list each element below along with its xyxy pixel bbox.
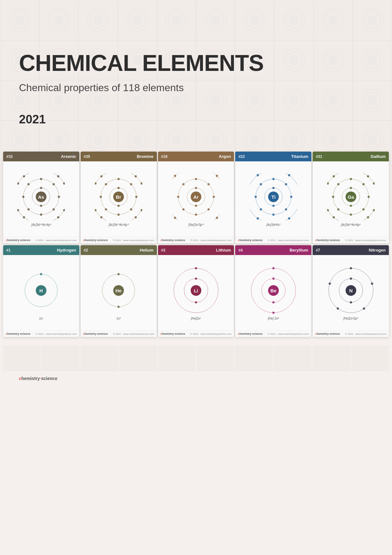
- svg-point-16: [63, 183, 65, 185]
- element-number: #18: [161, 154, 168, 159]
- element-card: #35BromineBr[Ar]3d¹⁰4s²4p⁵ chemistry·sci…: [81, 152, 157, 243]
- svg-point-96: [216, 217, 218, 219]
- card-body: H1s¹: [3, 255, 79, 330]
- svg-point-15: [57, 175, 59, 178]
- svg-point-94: [216, 175, 218, 177]
- svg-point-90: [177, 196, 179, 198]
- copyright: © 2021 · www.chemistryscience.com: [345, 333, 386, 335]
- card-body: Ar[Ne]3s²3p⁶: [158, 161, 234, 237]
- card-footer: chemistry·science © 2021 · www.chemistry…: [158, 330, 234, 337]
- element-formula: [Ne]3s²3p⁶: [188, 223, 203, 227]
- card-footer: chemistry·science © 2021 · www.chemistry…: [3, 237, 79, 243]
- svg-point-6: [58, 196, 60, 198]
- element-card: #4BerylliumBe[He] 2s² chemistry·science …: [235, 245, 311, 337]
- element-formula: [He]2s²2p³: [343, 317, 358, 320]
- brand-footer: chemistry·science: [161, 332, 185, 335]
- svg-point-85: [207, 183, 210, 185]
- card-body: As[Ar]3d¹⁰4s²4p³: [3, 161, 79, 237]
- svg-point-151: [367, 216, 369, 218]
- svg-point-196: [350, 267, 352, 269]
- svg-point-10: [22, 196, 25, 198]
- element-card: #22TitaniumTi[Ar]3d²4s² chemistry·scienc…: [235, 152, 311, 243]
- svg-point-104: [272, 187, 274, 189]
- brand-footer: chemistry·science: [161, 239, 185, 242]
- element-card: #2HeliumHe1s² chemistry·science © 2021 ·…: [81, 245, 157, 337]
- card-footer: chemistry·science © 2021 · www.chemistry…: [3, 330, 79, 337]
- svg-point-58: [141, 209, 142, 211]
- svg-point-5: [53, 183, 55, 185]
- svg-point-89: [182, 208, 185, 210]
- svg-point-48: [105, 208, 107, 210]
- card-footer: chemistry·science © 2021 · www.chemistry…: [158, 237, 234, 243]
- svg-point-2: [40, 205, 42, 207]
- faded-cell: [119, 346, 156, 371]
- element-number: #22: [238, 154, 245, 159]
- brand-footer: chemistry·science: [83, 239, 108, 242]
- svg-point-88: [195, 214, 197, 216]
- element-formula: [He] 2s²: [268, 317, 279, 320]
- svg-point-64: [95, 209, 96, 211]
- svg-point-135: [350, 178, 352, 180]
- element-number: #35: [84, 154, 90, 159]
- brand-footer: chemistry·science: [6, 332, 30, 335]
- faded-cell: [313, 346, 350, 371]
- copyright: © 2021 · www.chemistryscience.com: [268, 333, 309, 335]
- svg-text:Ar: Ar: [193, 194, 199, 200]
- card-body: Br[Ar]3d¹⁰4s²4p⁵: [81, 161, 157, 237]
- svg-text:Li: Li: [194, 288, 198, 293]
- element-number: #3: [161, 248, 165, 253]
- svg-point-91: [182, 183, 185, 185]
- card-header: #22Titanium: [235, 152, 311, 161]
- faded-cell: [235, 346, 273, 371]
- faded-cell: [42, 346, 79, 371]
- svg-point-136: [362, 183, 364, 185]
- element-name: Nitrogen: [369, 248, 386, 253]
- svg-point-9: [28, 208, 30, 210]
- atom-diagram: Ti: [250, 173, 297, 221]
- card-body: He1s²: [81, 255, 157, 330]
- page-year: 2021: [19, 113, 373, 126]
- element-name: Lithium: [216, 248, 231, 253]
- atom-diagram: As: [17, 173, 65, 221]
- element-name: Gallium: [371, 154, 386, 159]
- brand-footer: chemistry·science: [6, 239, 30, 242]
- svg-point-19: [63, 209, 65, 211]
- svg-point-40: [118, 187, 120, 189]
- svg-point-194: [350, 301, 352, 303]
- svg-point-114: [260, 183, 262, 185]
- svg-point-100: [174, 175, 176, 177]
- element-number: #4: [238, 248, 242, 253]
- element-formula: [He]2s¹: [191, 317, 201, 320]
- svg-point-46: [130, 208, 132, 210]
- element-number: #7: [316, 248, 320, 253]
- svg-point-181: [195, 267, 197, 269]
- svg-point-179: [195, 301, 197, 303]
- svg-text:H: H: [40, 288, 43, 293]
- svg-text:He: He: [115, 288, 121, 293]
- copyright: © 2021 · www.chemistryscience.com: [345, 239, 386, 242]
- copyright: © 2021 · www.chemistryscience.com: [190, 333, 231, 335]
- brand-accent: c: [19, 376, 21, 381]
- svg-point-150: [373, 209, 374, 211]
- svg-point-25: [17, 209, 19, 211]
- atom-diagram: Be: [250, 267, 297, 314]
- svg-point-139: [350, 214, 352, 216]
- copyright: © 2021 · www.chemistryscience.com: [190, 239, 231, 242]
- svg-point-45: [135, 196, 138, 198]
- svg-point-67: [95, 183, 96, 185]
- copyright: © 2021 · www.chemistryscience.com: [113, 239, 154, 242]
- card-header: #7Nitrogen: [313, 245, 389, 255]
- svg-point-105: [272, 205, 274, 207]
- element-card: #3LithiumLi[He]2s¹ chemistry·science © 2…: [158, 245, 234, 337]
- element-number: #2: [84, 248, 88, 253]
- atom-diagram: Br: [95, 173, 142, 221]
- svg-point-110: [285, 208, 287, 210]
- svg-point-200: [328, 283, 331, 285]
- faded-bottom-row: [0, 346, 392, 371]
- element-name: Beryllium: [290, 248, 308, 253]
- svg-point-41: [118, 205, 120, 207]
- card-footer: chemistry·science © 2021 · www.chemistry…: [313, 330, 389, 337]
- card-header: #31Gallium: [313, 152, 389, 161]
- copyright: © 2021 · www.chemistryscience.com: [113, 333, 154, 335]
- svg-point-185: [272, 278, 274, 280]
